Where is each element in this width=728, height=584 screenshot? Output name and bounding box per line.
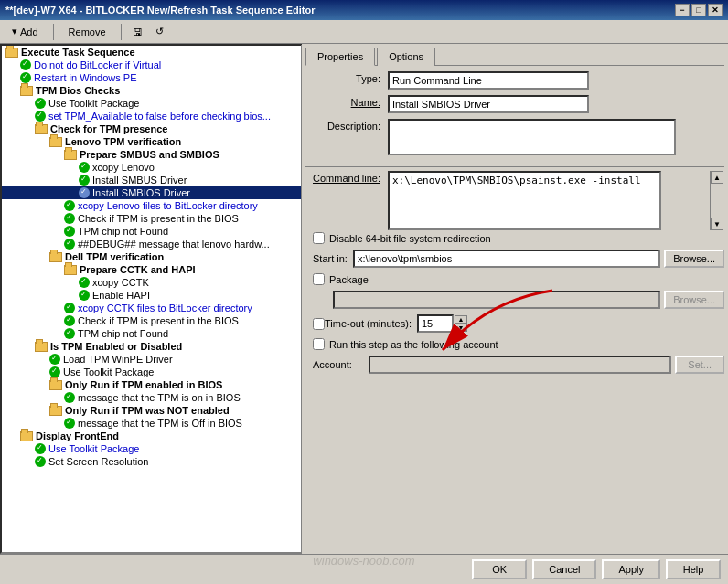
list-item[interactable]: Only Run if TPM enabled in BIOS bbox=[2, 378, 301, 391]
cmdline-label: Command line: bbox=[305, 171, 388, 184]
list-item[interactable]: Check for TPM presence bbox=[2, 122, 301, 135]
startin-row: Start in: Browse... bbox=[305, 250, 724, 268]
tree-root[interactable]: Execute Task Sequence bbox=[2, 46, 301, 58]
list-item[interactable]: xcopy CCTK files to BitLocker directory bbox=[2, 302, 301, 314]
list-item[interactable]: Prepare SMBUS and SMBIOS bbox=[2, 148, 301, 161]
list-item[interactable]: xcopy Lenovo bbox=[2, 161, 301, 174]
list-item[interactable]: Check if TPM is present in the BIOS bbox=[2, 314, 301, 327]
properties-content: Type: Name: Description: bbox=[305, 71, 724, 550]
apply-button[interactable]: Apply bbox=[602, 559, 660, 579]
list-item[interactable]: Use Toolkit Package bbox=[2, 442, 301, 455]
check-icon bbox=[35, 98, 46, 109]
spin-up-btn[interactable]: ▲ bbox=[455, 315, 467, 324]
name-field[interactable] bbox=[388, 95, 589, 113]
spin-down-btn[interactable]: ▼ bbox=[455, 324, 467, 332]
toolbar-separator bbox=[53, 24, 54, 40]
list-item[interactable]: Display FrontEnd bbox=[2, 430, 301, 442]
timeout-field[interactable] bbox=[417, 314, 454, 333]
tab-options[interactable]: Options bbox=[377, 48, 435, 66]
list-item[interactable]: xcopy Lenovo files to BitLocker director… bbox=[2, 199, 301, 212]
disable64-checkbox[interactable] bbox=[313, 232, 325, 244]
list-item[interactable]: Install SMBUS Driver bbox=[2, 174, 301, 186]
timeout-checkbox[interactable] bbox=[313, 318, 325, 330]
package-row: Browse... bbox=[305, 291, 724, 309]
folder-icon bbox=[64, 265, 77, 275]
minimize-button[interactable]: − bbox=[675, 4, 690, 16]
cmdline-wrapper: ▲ ▼ bbox=[388, 171, 724, 230]
list-item[interactable]: message that the TPM is on in BIOS bbox=[2, 391, 301, 404]
list-item[interactable]: Only Run if TPM was NOT enabled bbox=[2, 404, 301, 417]
check-icon bbox=[79, 187, 90, 198]
toolbar: ▾ Add Remove 🖫 ↺ bbox=[0, 20, 728, 44]
description-label: Description: bbox=[305, 119, 388, 132]
folder-icon bbox=[64, 150, 77, 160]
add-icon: ▾ bbox=[12, 26, 17, 37]
remove-button[interactable]: Remove bbox=[60, 24, 114, 40]
list-item[interactable]: Dell TPM verification bbox=[2, 250, 301, 263]
list-item[interactable]: TPM chip not Found bbox=[2, 225, 301, 238]
list-item[interactable]: set TPM_Available to false before checki… bbox=[2, 110, 301, 122]
folder-icon bbox=[49, 137, 62, 147]
package-checkbox[interactable] bbox=[313, 273, 325, 285]
cancel-button[interactable]: Cancel bbox=[532, 559, 596, 579]
list-item[interactable]: Do not do BitLocker if Virtual bbox=[2, 58, 301, 71]
set-button[interactable]: Set... bbox=[675, 356, 724, 374]
startin-field[interactable] bbox=[353, 250, 660, 268]
list-item[interactable]: TPM chip not Found bbox=[2, 327, 301, 340]
package-field[interactable] bbox=[333, 291, 660, 309]
runas-checkbox[interactable] bbox=[313, 338, 325, 350]
scroll-down-btn[interactable]: ▼ bbox=[711, 218, 723, 230]
list-item[interactable]: ##DEBUG## message that lenovo hardw... bbox=[2, 238, 301, 250]
folder-icon bbox=[20, 86, 33, 96]
root-folder-icon bbox=[5, 48, 18, 58]
browse-button-2[interactable]: Browse... bbox=[664, 291, 724, 309]
list-item[interactable]: Is TPM Enabled or Disabled bbox=[2, 340, 301, 353]
list-item[interactable]: Lenovo TPM verification bbox=[2, 135, 301, 148]
tab-properties[interactable]: Properties bbox=[305, 48, 375, 66]
list-item[interactable]: Restart in Windows PE bbox=[2, 71, 301, 84]
task-sequence-tree[interactable]: Execute Task Sequence Do not do BitLocke… bbox=[0, 44, 302, 554]
runas-row: Run this step as the following account bbox=[305, 338, 724, 350]
folder-icon bbox=[49, 380, 62, 390]
add-button[interactable]: ▾ Add bbox=[4, 23, 47, 40]
list-item[interactable]: Load TPM WinPE Driver bbox=[2, 353, 301, 366]
selected-tree-item[interactable]: Install SMBIOS Driver bbox=[2, 186, 301, 199]
scroll-up-btn[interactable]: ▲ bbox=[711, 171, 723, 184]
check-icon bbox=[79, 277, 90, 288]
toolbar-icon-2: ↺ bbox=[155, 26, 164, 37]
list-item[interactable]: Use Toolkit Package bbox=[2, 366, 301, 378]
account-field[interactable] bbox=[369, 356, 671, 374]
check-icon bbox=[35, 443, 46, 454]
list-item[interactable]: message that the TPM is Off in BIOS bbox=[2, 417, 301, 430]
list-item[interactable]: Use Toolkit Package bbox=[2, 97, 301, 110]
help-button[interactable]: Help bbox=[666, 559, 721, 579]
folder-icon bbox=[49, 406, 62, 416]
title-bar: **[dev]-W7 X64 - BITLOCKER New/Refresh T… bbox=[0, 0, 728, 20]
disable64-row: Disable 64-bit file system redirection bbox=[305, 232, 724, 244]
toolbar-icon-btn-2[interactable]: ↺ bbox=[151, 23, 168, 40]
list-item[interactable]: Check if TPM is present in the BIOS bbox=[2, 212, 301, 225]
toolbar-icon-btn-1[interactable]: 🖫 bbox=[128, 24, 147, 40]
folder-icon bbox=[20, 431, 33, 441]
root-label: Execute Task Sequence bbox=[21, 47, 135, 58]
list-item[interactable]: Enable HAPI bbox=[2, 289, 301, 302]
cmdline-field[interactable] bbox=[388, 171, 661, 230]
package-checkbox-row: Package bbox=[305, 273, 724, 285]
list-item[interactable]: TPM Bios Checks bbox=[2, 84, 301, 97]
close-button[interactable]: ✕ bbox=[708, 4, 723, 16]
check-icon bbox=[79, 290, 90, 301]
check-icon bbox=[64, 213, 75, 224]
name-label: Name: bbox=[305, 95, 388, 108]
list-item[interactable]: Prepare CCTK and HAPI bbox=[2, 263, 301, 276]
ok-button[interactable]: OK bbox=[472, 559, 527, 579]
description-field[interactable] bbox=[388, 119, 676, 155]
check-icon bbox=[79, 175, 90, 186]
disable64-label: Disable 64-bit file system redirection bbox=[329, 233, 491, 244]
check-icon bbox=[64, 392, 75, 403]
maximize-button[interactable]: □ bbox=[691, 4, 706, 16]
list-item[interactable]: xcopy CCTK bbox=[2, 276, 301, 289]
list-item[interactable]: Set Screen Resolution bbox=[2, 455, 301, 468]
type-field[interactable] bbox=[388, 71, 589, 90]
timeout-spinner: ▲ ▼ bbox=[455, 315, 467, 332]
browse-button-1[interactable]: Browse... bbox=[664, 250, 724, 268]
